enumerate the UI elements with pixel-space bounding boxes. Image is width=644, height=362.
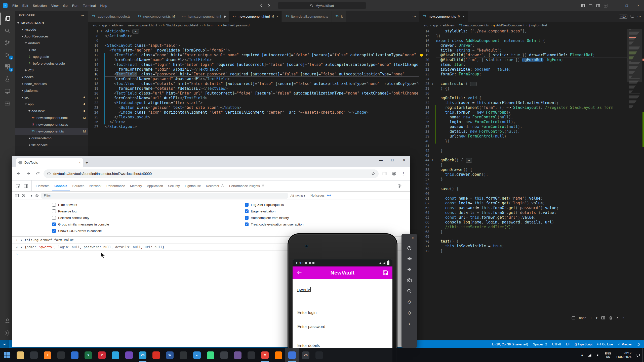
fold-column[interactable] <box>98 81 105 86</box>
window-maximize-button[interactable]: □ <box>621 0 632 11</box>
close-panel-icon[interactable]: × <box>622 316 624 320</box>
checkbox-unchecked[interactable] <box>52 203 56 207</box>
code-line-59[interactable]: 59 save() { <box>419 187 627 191</box>
tree-item-.vscode[interactable]: .vscode <box>15 26 88 33</box>
split-terminal-icon[interactable] <box>601 316 605 320</box>
code-line-70[interactable]: 70 test() { <box>419 239 627 244</box>
code-line-26[interactable]: 26 </form> <box>88 120 419 124</box>
checkbox-unchecked[interactable] <box>52 209 56 213</box>
tree-item-src[interactable]: src <box>15 47 88 53</box>
checkbox-checked[interactable]: ✓ <box>245 209 249 213</box>
setting-autocomplete-from-history[interactable]: ✓Autocomplete from history <box>245 216 303 220</box>
notifications-bell[interactable] <box>637 343 640 346</box>
fold-column[interactable] <box>98 115 105 120</box>
fold-column[interactable] <box>429 29 436 34</box>
devtools-tab-network[interactable]: Network <box>87 180 104 191</box>
fold-column[interactable] <box>429 77 436 81</box>
taskbar-app-app[interactable] <box>54 348 68 362</box>
language-indicator[interactable]: ENGUS <box>602 348 613 362</box>
tree-item-src[interactable]: src <box>15 94 88 101</box>
tab-close-icon[interactable]: × <box>79 161 81 164</box>
fold-column[interactable] <box>429 144 436 148</box>
browser-reload-icon[interactable] <box>34 170 42 177</box>
breadcrumb-item-add-new[interactable]: add-new <box>111 24 124 27</box>
devtools-settings-icon[interactable] <box>397 184 402 188</box>
taskbar-app-firefox[interactable]: F <box>41 348 54 362</box>
tab-new.component.ts[interactable]: TSnew.component.tsM× <box>419 11 468 22</box>
code-line-15[interactable]: 15}) <box>419 34 627 38</box>
tree-item-app[interactable]: app <box>15 101 88 108</box>
activitybar-nativescript[interactable] <box>0 97 15 109</box>
fold-column[interactable]: › <box>429 81 436 86</box>
browser-forward-icon[interactable] <box>24 170 32 177</box>
tree-item-platforms[interactable]: platforms <box>15 87 88 94</box>
code-line-27[interactable]: 27</StackLayout> <box>88 124 419 129</box>
emulator-back-button[interactable]: ‹ <box>404 318 414 329</box>
setting-treat-code-evaluation-as-user-action[interactable]: ✓Treat code evaluation as user action <box>245 222 303 226</box>
code-line-54[interactable]: 54 } <box>419 163 627 167</box>
bookmark-star-icon[interactable] <box>371 172 375 175</box>
terminal-dropdown-icon[interactable]: ▾ <box>596 316 597 320</box>
fold-column[interactable] <box>429 234 436 239</box>
taskbar-app-word[interactable]: W <box>163 348 177 362</box>
activitybar-remote-explorer[interactable] <box>0 85 15 97</box>
code-line-23[interactable]: 23 <Button class="geticon" text="Get sit… <box>88 105 419 110</box>
code-line-21[interactable]: 21 formControlName="url" #urlEl></TextFi… <box>88 96 419 101</box>
code-line-61[interactable]: 61 const name = this.formGr.get('name').… <box>419 196 627 201</box>
tree-item-iOS[interactable]: iOS <box>15 67 88 74</box>
code-line-14[interactable]: 14 <TextField class="login" hint="Enter … <box>88 62 419 67</box>
breadcrumb-item-AddNewComponent[interactable]: ◆AddNewComponent <box>493 24 525 27</box>
console-settings-gear-icon[interactable] <box>327 194 331 198</box>
fold-column[interactable] <box>429 191 436 196</box>
fold-column[interactable] <box>429 230 436 234</box>
fold-column[interactable] <box>429 225 436 230</box>
status-spaces-2[interactable]: Spaces: 2 <box>533 343 547 346</box>
code-line-58[interactable]: 58 <box>419 182 627 187</box>
setting-preserve-log[interactable]: Preserve log <box>52 209 109 213</box>
show-desktop-button[interactable] <box>642 348 644 362</box>
code-line-65[interactable]: 65 const url= this.formGr.get('url').val… <box>419 215 627 220</box>
code-line-24[interactable]: 24 <Image class="icon" horizontalAlignme… <box>88 110 419 115</box>
taskbar-app-app[interactable] <box>217 348 231 362</box>
status-go-live[interactable]: Go Live <box>597 343 613 346</box>
setting-hide-network[interactable]: Hide network <box>52 203 109 207</box>
code-line-68[interactable]: 68 } <box>419 230 627 234</box>
code-line-10[interactable]: 10<StackLayout class="input-field"> <box>88 43 419 48</box>
fold-column[interactable] <box>429 101 436 105</box>
fold-column[interactable] <box>98 34 105 38</box>
emulator-close-button[interactable]: × <box>412 236 414 240</box>
fold-column[interactable] <box>429 124 436 129</box>
fold-column[interactable] <box>429 201 436 206</box>
fold-column[interactable] <box>98 86 105 91</box>
browser-tab[interactable]: DevTools × <box>16 158 83 167</box>
status-lf[interactable]: LF <box>566 343 570 346</box>
fold-column[interactable] <box>98 120 105 124</box>
devtools-tab-lighthouse[interactable]: Lighthouse <box>182 180 204 191</box>
devtools-tab-sources[interactable]: Sources <box>70 180 87 191</box>
fold-column[interactable]: › <box>98 29 105 34</box>
browser-menu-icon[interactable]: ⋮ <box>400 170 407 177</box>
toggle-panel-icon[interactable] <box>587 2 594 9</box>
devtools-minimize-button[interactable]: — <box>375 156 387 164</box>
fold-column[interactable]: › <box>429 158 436 163</box>
taskbar-app-android-studio[interactable] <box>177 348 190 362</box>
explorer-root-folder[interactable]: MYVAULTSTART <box>15 20 88 26</box>
menu-selection[interactable]: Selection <box>30 2 49 9</box>
code-line-17[interactable]: 17 formControlName="password" #passwordE… <box>88 77 419 81</box>
fold-column[interactable] <box>98 38 105 43</box>
tree-item-file-service[interactable]: file-service <box>15 142 88 148</box>
browser-back-icon[interactable] <box>15 170 22 177</box>
fold-column[interactable] <box>429 43 436 48</box>
code-line-15[interactable]: 15 formControlName="login" #loginEl></Te… <box>88 67 419 72</box>
code-line-71[interactable]: 71 this.isSaveVisible = true; <box>419 244 627 249</box>
code-line-62[interactable]: 62 const login= this.formGr.get('login')… <box>419 201 627 206</box>
tree-item-new.component.html[interactable]: <>new.component.htmlM <box>15 114 88 121</box>
more-tabs-icon[interactable]: ⋯ <box>637 14 641 19</box>
checkbox-checked[interactable]: ✓ <box>52 229 56 233</box>
folded-code-badge[interactable]: ⋯ <box>470 82 476 86</box>
code-line-19[interactable]: 19 formControlName="details" #detailsEl>… <box>88 86 419 91</box>
live-expression-eye-icon[interactable] <box>35 194 39 198</box>
side-panel-icon[interactable] <box>381 170 388 177</box>
address-bar[interactable]: devtools://devtools/bundled/inspector.ht… <box>44 169 379 178</box>
console-sidebar-icon[interactable] <box>15 194 19 198</box>
